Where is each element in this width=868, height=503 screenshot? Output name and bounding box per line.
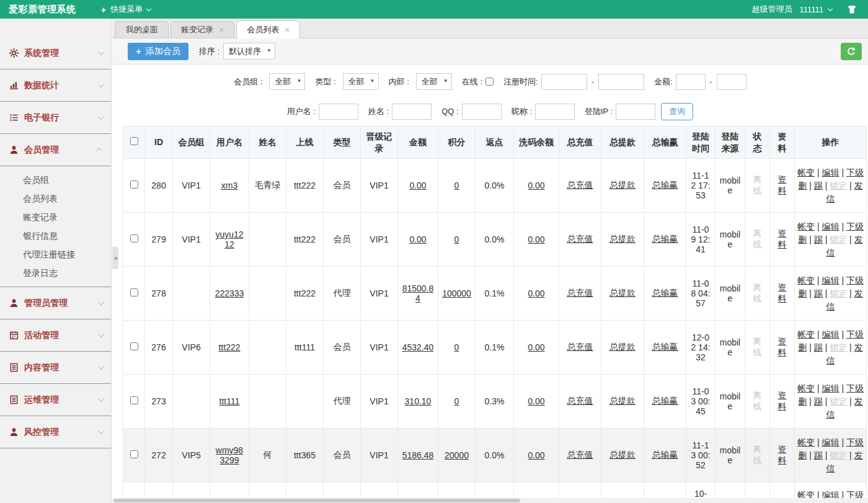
op-link[interactable]: 删 [798,450,807,460]
total-winloss-link[interactable]: 总输赢 [652,450,678,460]
points-link[interactable]: 0 [454,180,459,190]
username-input[interactable] [319,104,358,120]
op-link[interactable]: 帐变 [797,437,815,447]
total-withdraw-link[interactable]: 总提款 [609,396,636,406]
sidebar-group-activity-management[interactable]: 活动管理 [0,319,111,352]
nickname-input[interactable] [535,104,575,120]
tab-my-desktop[interactable]: 我的桌面 [115,21,169,38]
op-link[interactable]: 下级 [846,329,864,339]
wash-balance-link[interactable]: 0.00 [528,450,544,460]
op-link[interactable]: 删 [798,234,807,244]
points-link[interactable]: 0 [454,396,459,406]
profile-link[interactable]: 资料 [778,336,787,357]
name-input[interactable] [392,104,432,120]
wash-balance-link[interactable]: 0.00 [528,288,544,298]
op-link[interactable]: 锁定 [830,180,847,190]
add-member-button[interactable]: + 添加会员 [128,43,188,60]
total-withdraw-link[interactable]: 总提款 [609,450,636,460]
sidebar-group-e-banking[interactable]: 电子银行 [0,102,111,134]
login-ip-input[interactable] [616,104,655,120]
op-link[interactable]: 删 [798,342,807,352]
scrollbar-thumb[interactable] [113,499,520,502]
theme-shirt-icon[interactable] [847,4,857,14]
total-winloss-link[interactable]: 总输赢 [652,342,678,352]
sidebar-item-account-changes[interactable]: 账变记录 [0,208,111,226]
quick-menu[interactable]: + 快捷菜单 [101,4,151,15]
amount-link[interactable]: 0.00 [409,180,426,190]
sidebar-item-agent-register-link[interactable]: 代理注册链接 [0,245,111,264]
total-recharge-link[interactable]: 总充值 [567,450,593,460]
op-link[interactable]: 踢 [814,180,823,190]
username-link[interactable]: yuyu1212 [215,229,243,249]
sidebar-group-admin-management[interactable]: 管理员管理 [0,287,111,319]
tab-close-icon[interactable]: × [285,25,290,34]
total-recharge-link[interactable]: 总充值 [567,288,593,298]
row-checkbox[interactable] [130,234,138,243]
points-link[interactable]: 20000 [445,450,469,460]
tab-close-icon[interactable]: × [219,25,224,34]
op-link[interactable]: 下级 [846,437,864,447]
wash-balance-link[interactable]: 0.00 [528,234,544,244]
search-button[interactable]: 查询 [661,103,693,120]
register-time-from-input[interactable] [541,74,587,90]
profile-link[interactable]: 资料 [778,282,787,303]
amount-link[interactable]: 81500.84 [402,283,434,303]
amount-link[interactable]: 4532.40 [402,342,434,352]
sidebar-collapse-handle[interactable]: ◄ [112,247,118,269]
op-link[interactable]: 踢 [814,234,823,244]
op-link[interactable]: 踢 [814,288,823,298]
row-checkbox[interactable] [130,180,138,189]
wash-balance-link[interactable]: 0.00 [528,342,544,352]
op-link[interactable]: 编辑 [822,383,839,393]
sidebar-group-system-management[interactable]: 系统管理 [0,37,111,69]
profile-link[interactable]: 资料 [778,174,787,195]
points-link[interactable]: 100000 [442,288,471,298]
total-withdraw-link[interactable]: 总提款 [609,342,636,352]
op-link[interactable]: 踢 [814,396,823,406]
profile-link[interactable]: 资料 [778,390,787,411]
register-time-to-input[interactable] [598,74,644,90]
select-all-checkbox[interactable] [130,137,138,145]
points-link[interactable]: 0 [454,234,459,244]
amount-from-input[interactable] [676,74,706,90]
op-link[interactable]: 锁定 [830,342,847,352]
op-link[interactable]: 帐变 [797,221,815,231]
op-link[interactable]: 编辑 [822,275,839,285]
total-recharge-link[interactable]: 总充值 [567,396,593,406]
op-link[interactable]: 下级 [846,383,864,393]
op-link[interactable]: 踢 [814,342,823,352]
op-link[interactable]: 下级 [846,221,864,231]
op-link[interactable]: 删 [798,396,807,406]
op-link[interactable]: 帐变 [797,329,815,339]
username-link[interactable]: xm3 [221,180,237,190]
sidebar-group-member-management[interactable]: 会员管理 [0,134,111,166]
total-recharge-link[interactable]: 总充值 [567,234,593,244]
op-link[interactable]: 编辑 [822,437,839,447]
sidebar-group-ops-management[interactable]: 运维管理 [0,384,111,416]
sidebar-item-member-list[interactable]: 会员列表 [0,189,111,208]
row-checkbox[interactable] [130,342,138,350]
type-select[interactable]: 全部 [343,73,379,90]
member-group-select[interactable]: 全部 [269,73,305,90]
horizontal-scrollbar[interactable] [112,498,868,503]
sidebar-item-bank-info[interactable]: 银行信息 [0,226,111,245]
online-checkbox[interactable] [485,78,494,86]
topbar-user-area[interactable]: 超级管理员 111111 [751,4,868,15]
tab-account-changes[interactable]: 账变记录× [170,21,234,38]
total-winloss-link[interactable]: 总输赢 [652,288,678,298]
refresh-button[interactable] [841,43,862,60]
op-link[interactable]: 帐变 [797,167,815,177]
total-winloss-link[interactable]: 总输赢 [652,396,678,406]
row-checkbox[interactable] [130,396,138,404]
op-link[interactable]: 锁定 [830,450,847,460]
total-withdraw-link[interactable]: 总提款 [609,288,636,298]
wash-balance-link[interactable]: 0.00 [528,396,544,406]
op-link[interactable]: 下级 [846,275,864,285]
row-checkbox[interactable] [130,450,138,458]
internal-select[interactable]: 全部 [416,73,452,90]
username-link[interactable]: ttt222 [218,342,240,352]
op-link[interactable]: 锁定 [830,288,847,298]
profile-link[interactable]: 资料 [778,228,787,249]
op-link[interactable]: 踢 [814,450,823,460]
op-link[interactable]: 删 [798,180,807,190]
